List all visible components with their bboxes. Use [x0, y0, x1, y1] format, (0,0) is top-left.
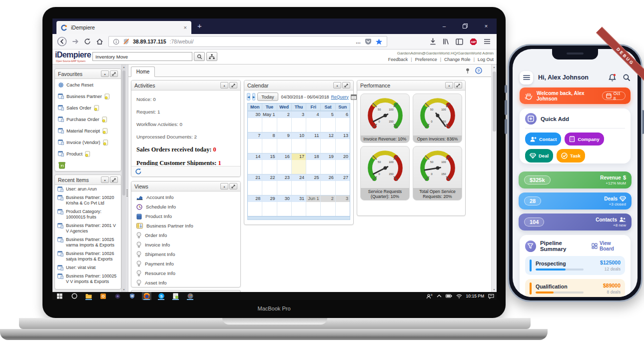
- recent-item[interactable]: User: arun Arun: [55, 185, 121, 194]
- calendar-cell[interactable]: 6: [335, 112, 350, 132]
- quick-add-deal-button[interactable]: Deal: [525, 149, 553, 162]
- activity-line[interactable]: Request: 1: [136, 106, 235, 118]
- favourite-item[interactable]: Invoice (Vendor): [55, 136, 121, 148]
- pipeline-stage-row[interactable]: Prospecting $125000 12 deals: [525, 256, 625, 275]
- header-link[interactable]: Change Role: [444, 57, 471, 62]
- activity-line[interactable]: Notice: 0: [136, 93, 235, 106]
- calendar-cell[interactable]: 5: [320, 112, 335, 132]
- home-icon[interactable]: [96, 38, 103, 45]
- performance-gauge[interactable]: 050100150 Invoice Revenue: 10%: [360, 94, 410, 143]
- expand-icon[interactable]: [110, 176, 118, 183]
- quick-add-task-button[interactable]: Task: [557, 149, 585, 162]
- calendar-icon[interactable]: [351, 94, 357, 100]
- library-icon[interactable]: [443, 38, 449, 45]
- pocket-icon[interactable]: [365, 38, 372, 45]
- bell-icon[interactable]: [608, 74, 617, 82]
- people-icon[interactable]: R: [426, 294, 433, 299]
- view-item[interactable]: Product Info: [131, 212, 240, 221]
- recent-item[interactable]: Business Partner: 100025 V V imports & E…: [55, 272, 121, 286]
- view-item[interactable]: Schedule Info: [131, 202, 240, 212]
- calendar-cell[interactable]: 8: [262, 132, 276, 153]
- forward-icon[interactable]: [72, 38, 79, 44]
- expand-icon[interactable]: [229, 183, 237, 190]
- performance-gauge[interactable]: 050100150 Total Open Service Requests: 2…: [413, 146, 462, 200]
- calendar-cell[interactable]: 16: [277, 154, 291, 174]
- collapse-button[interactable]: ▲: [220, 183, 228, 190]
- clock[interactable]: 10:15 PM: [466, 294, 484, 298]
- bookmark-star-icon[interactable]: [375, 38, 383, 46]
- performance-gauge[interactable]: 050100150 Open Invoices: 836%: [413, 94, 462, 143]
- calendar-cell[interactable]: 3: [335, 196, 350, 216]
- header-link[interactable]: Log Out: [478, 57, 494, 62]
- view-board-link[interactable]: View Board: [592, 240, 625, 252]
- calendar-cell[interactable]: 12: [320, 132, 335, 153]
- scroll-up-icon[interactable]: ▲: [492, 66, 497, 68]
- calendar-cell[interactable]: 19: [320, 154, 335, 174]
- favourite-item[interactable]: Purchase Order: [55, 114, 121, 125]
- calendar-cell[interactable]: Jun 1: [306, 196, 320, 216]
- stat-card-deals[interactable]: 28 Deals +3 closed: [519, 192, 632, 210]
- calendar-requery-link[interactable]: ReQuery: [331, 94, 348, 100]
- splitter-grip[interactable]: [126, 190, 128, 196]
- activity-line[interactable]: Unprocessed Documents: 2: [136, 130, 235, 143]
- calendar-cell[interactable]: 2: [277, 112, 291, 132]
- chevron-up-icon[interactable]: [437, 294, 442, 298]
- taskbar-skype-icon[interactable]: S: [156, 292, 166, 300]
- calendar-cell[interactable]: 23: [277, 174, 291, 195]
- calendar-cell[interactable]: 27: [335, 174, 350, 195]
- calendar-resize-bar[interactable]: [247, 216, 350, 220]
- calendar-cell[interactable]: 10: [291, 132, 306, 153]
- taskbar-notepad-icon[interactable]: [171, 292, 180, 300]
- calendar-cell[interactable]: 24: [291, 174, 306, 195]
- browser-tab[interactable]: iDempiere ×: [56, 21, 191, 34]
- taskbar-badge-icon[interactable]: W: [127, 292, 137, 300]
- taskbar-explorer-icon[interactable]: [84, 292, 93, 300]
- quick-add-company-button[interactable]: Company: [565, 132, 604, 146]
- expand-icon[interactable]: [229, 82, 237, 88]
- activity-alert[interactable]: Sales Orders received today: 0: [136, 143, 235, 156]
- favourite-item[interactable]: Cache Reset: [55, 79, 121, 90]
- calendar-cell[interactable]: 14: [248, 154, 262, 174]
- expand-icon[interactable]: [454, 82, 462, 88]
- calendar-cell[interactable]: 17: [291, 154, 306, 174]
- activity-line[interactable]: Workflow Activities: 0: [136, 118, 235, 130]
- view-item[interactable]: Shipment Info: [131, 250, 240, 259]
- notification-icon[interactable]: [488, 294, 494, 299]
- search-icon[interactable]: [623, 74, 631, 82]
- scroll-down-icon[interactable]: ▼: [492, 288, 497, 291]
- taskbar-outlook-icon[interactable]: O: [98, 292, 108, 300]
- header-link[interactable]: Preference: [415, 57, 437, 62]
- new-record-icon[interactable]: [103, 140, 108, 146]
- tab-close-icon[interactable]: ×: [184, 24, 187, 30]
- new-record-icon[interactable]: [102, 128, 108, 134]
- scrollbar-thumb[interactable]: [122, 70, 125, 196]
- calendar-cell[interactable]: 7: [248, 132, 262, 153]
- taskbar-media-icon[interactable]: [185, 292, 195, 300]
- activity-alert[interactable]: Pending Customer Shipments: 1: [136, 156, 235, 166]
- menu-tree-button[interactable]: [206, 52, 217, 61]
- favourite-item[interactable]: Product: [55, 148, 121, 160]
- new-record-icon[interactable]: [104, 94, 110, 100]
- calendar-cell[interactable]: 22: [262, 174, 276, 195]
- calendar-cell[interactable]: 29: [262, 196, 276, 216]
- header-link[interactable]: Feedback: [388, 57, 408, 62]
- calendar-cell[interactable]: May 1: [262, 112, 276, 132]
- start-button[interactable]: [55, 292, 64, 300]
- sidebar-scrollbar[interactable]: ▲ ▼: [121, 64, 126, 292]
- battery-icon[interactable]: [446, 294, 452, 298]
- menu-button[interactable]: [520, 71, 533, 84]
- menu-icon[interactable]: [484, 38, 491, 44]
- calendar-cell[interactable]: 13: [335, 132, 350, 153]
- reload-icon[interactable]: [84, 38, 91, 45]
- recent-item[interactable]: User: virat virat: [55, 264, 121, 272]
- welcome-banner[interactable]: Welcome back, Alex Johnson Oct 8: [520, 88, 631, 104]
- performance-gauge[interactable]: 050100150 Service Requests (Quarter): 10…: [360, 146, 410, 200]
- collapse-button[interactable]: ▲: [220, 82, 228, 88]
- view-item[interactable]: Account Info: [131, 192, 240, 202]
- favourite-item[interactable]: Material Receipt: [55, 125, 121, 136]
- recent-item[interactable]: Business Partner: 10020 Krisha & Co Pvt …: [55, 194, 121, 208]
- calendar-cell[interactable]: 30: [248, 112, 262, 132]
- scroll-down-icon[interactable]: ▼: [122, 288, 126, 291]
- help-icon[interactable]: ?: [475, 67, 482, 74]
- quick-add-contact-button[interactable]: Contact: [525, 132, 561, 146]
